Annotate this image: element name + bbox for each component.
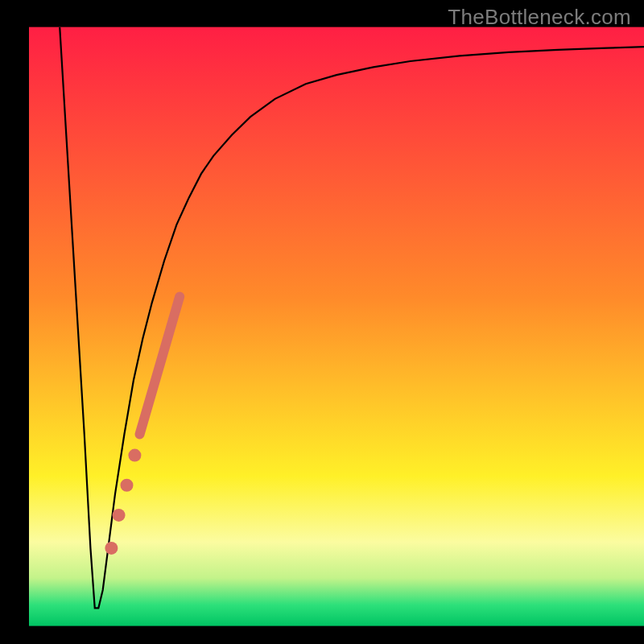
chart-gradient-bg bbox=[29, 27, 644, 626]
point-highlight-dots-1 bbox=[120, 479, 133, 492]
chart-container: TheBottleneck.com bbox=[0, 0, 644, 644]
point-highlight-dots-2 bbox=[113, 509, 126, 522]
point-highlight-dots-0 bbox=[128, 449, 141, 462]
bottleneck-chart bbox=[0, 0, 644, 644]
point-highlight-dots-3 bbox=[105, 542, 118, 555]
watermark-label: TheBottleneck.com bbox=[448, 5, 631, 30]
